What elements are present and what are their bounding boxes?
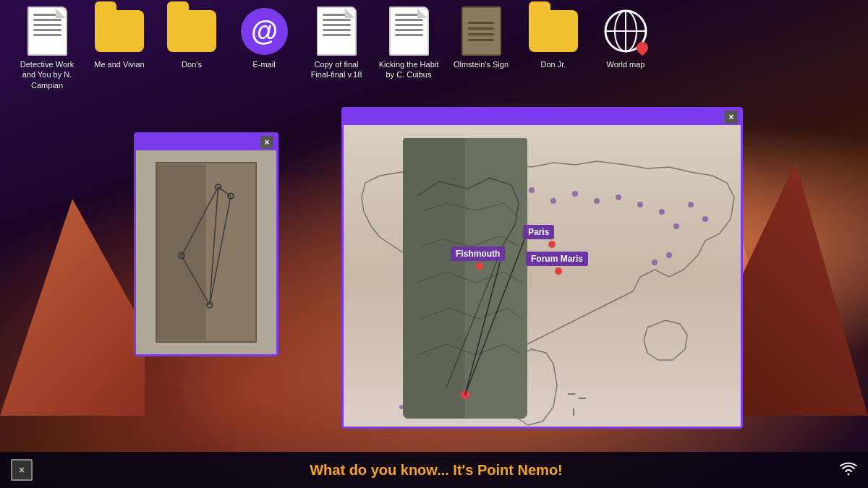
paris-label: Paris <box>523 225 554 239</box>
svg-point-22 <box>616 194 621 200</box>
window-world-map-content: Paris Fishmouth Forum Maris <box>344 125 741 427</box>
wifi-icon <box>840 461 857 479</box>
icon-don-jr-label: Don Jr. <box>541 59 566 69</box>
desktop: Detective Work and You by N. Campian Me … <box>0 0 868 488</box>
icon-don-jr-img <box>528 6 579 56</box>
icon-email[interactable]: @ E-mail <box>231 6 297 69</box>
window-world-map: × <box>341 107 743 429</box>
taskbar-message: What do you know... It's Point Nemo! <box>33 462 840 479</box>
icon-detective-work[interactable]: Detective Work and You by N. Campian <box>14 6 80 90</box>
taskbar: × What do you know... It's Point Nemo! <box>0 452 868 488</box>
svg-point-28 <box>652 260 658 265</box>
icon-world-map-label: World map <box>607 59 645 69</box>
taskbar-close-button[interactable]: × <box>11 459 33 481</box>
icon-olmstein-sign-img <box>456 6 506 56</box>
icon-kicking-habit[interactable]: Kicking the Habit by C. Cuibus <box>376 6 441 80</box>
icon-copy-final[interactable]: Copy of final Final-final v.18 <box>304 6 369 80</box>
icon-dons-label: Don's <box>182 59 202 69</box>
icon-email-label: E-mail <box>252 59 275 69</box>
icon-olmstein-sign-label: Olmstein's Sign <box>454 59 509 69</box>
svg-point-20 <box>572 191 578 197</box>
desktop-icon-bar: Detective Work and You by N. Campian Me … <box>0 0 868 96</box>
forum-maris-label-container: Forum Maris <box>526 252 588 266</box>
icon-kicking-habit-img <box>383 6 434 56</box>
paris-dot <box>548 241 556 248</box>
svg-point-27 <box>702 216 708 222</box>
icon-me-and-vivian-img <box>94 6 145 56</box>
fishmouth-dot <box>476 262 483 270</box>
svg-point-24 <box>659 209 665 215</box>
svg-rect-36 <box>403 138 465 419</box>
icon-don-jr[interactable]: Don Jr. <box>521 6 586 69</box>
icon-email-img: @ <box>239 6 289 56</box>
icon-detective-work-img <box>22 6 72 56</box>
icon-olmstein-sign[interactable]: Olmstein's Sign <box>448 6 514 69</box>
at-sign-icon: @ <box>241 8 288 55</box>
window-close-right[interactable]: × <box>725 111 738 124</box>
forum-maris-label: Forum Maris <box>526 252 588 266</box>
svg-point-23 <box>637 202 643 207</box>
icon-detective-work-label: Detective Work and You by N. Campian <box>14 59 80 90</box>
scroll-document <box>403 138 527 419</box>
forum-maris-dot <box>555 267 562 275</box>
icon-world-map[interactable]: World map <box>593 6 658 69</box>
scroll-svg <box>403 138 527 419</box>
svg-point-29 <box>666 252 672 258</box>
svg-point-25 <box>673 223 679 229</box>
icon-dons[interactable]: Don's <box>159 6 224 69</box>
paris-label-container: Paris <box>523 225 554 239</box>
icon-world-map-img <box>600 6 651 56</box>
icon-copy-final-label: Copy of final Final-final v.18 <box>304 59 369 80</box>
window-titlebar-right: × <box>344 109 741 125</box>
window-olmstein-sign-content <box>136 150 276 354</box>
svg-point-18 <box>529 187 535 193</box>
icon-kicking-habit-label: Kicking the Habit by C. Cuibus <box>376 59 441 80</box>
icon-copy-final-img <box>311 6 362 56</box>
fishmouth-label-container: Fishmouth <box>451 247 505 261</box>
icon-dons-img <box>166 6 217 56</box>
icon-me-and-vivian[interactable]: Me and Vivian <box>87 6 152 69</box>
icon-me-and-vivian-label: Me and Vivian <box>94 59 145 69</box>
svg-point-26 <box>688 202 694 207</box>
olmstein-sign-drawing <box>156 162 257 343</box>
svg-point-19 <box>550 198 556 204</box>
svg-point-21 <box>594 198 600 204</box>
window-titlebar-left: × <box>136 134 276 150</box>
window-close-left[interactable]: × <box>260 136 273 149</box>
window-olmstein-sign: × <box>134 132 278 356</box>
fishmouth-label: Fishmouth <box>451 247 505 261</box>
